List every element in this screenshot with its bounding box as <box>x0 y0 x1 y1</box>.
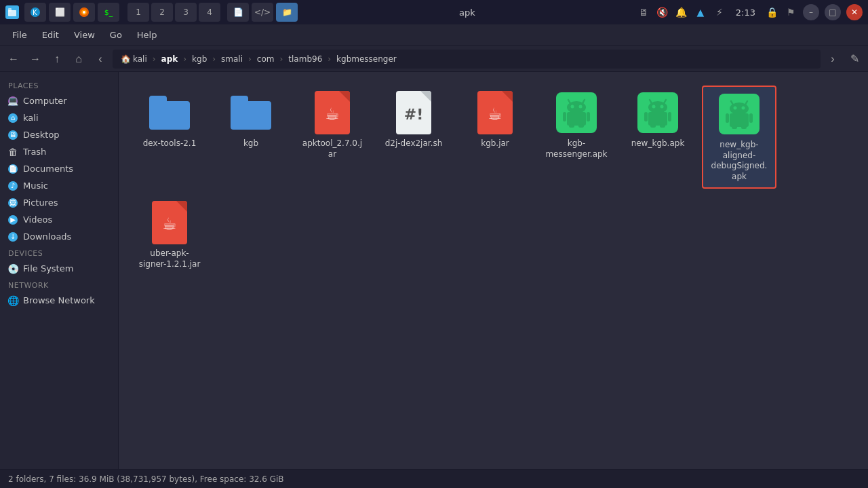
file-item-kgb-messenger.apk[interactable]: kgb-messenger.apk <box>539 86 614 189</box>
svg-rect-25 <box>650 124 656 128</box>
taskbar-pdf[interactable]: 📄 <box>227 3 249 22</box>
svg-rect-32 <box>730 113 749 127</box>
file-item-new_kgb.apk[interactable]: new_kgb.apk <box>620 86 695 189</box>
workspace-1[interactable]: 1 <box>127 3 149 22</box>
file-icon <box>717 92 761 136</box>
breadcrumb-tlamb96[interactable]: tlamb96 <box>284 53 326 65</box>
computer-icon: 💻 <box>8 96 18 106</box>
jar-icon-shape: ☕ <box>152 201 187 244</box>
file-icon: #! <box>392 91 435 134</box>
svg-rect-23 <box>644 112 648 121</box>
taskbar-pager-icon[interactable]: ⬜ <box>49 3 71 22</box>
jar-icon-shape: ☕ <box>477 91 513 134</box>
sidebar-item-pictures[interactable]: 🖼 Pictures <box>0 194 118 211</box>
sidebar-item-kali[interactable]: ⌂ kali <box>0 109 118 126</box>
breadcrumb-apk[interactable]: apk <box>157 53 182 65</box>
svg-rect-14 <box>587 112 590 121</box>
workspace-2[interactable]: 2 <box>151 3 173 22</box>
close-button[interactable]: ✕ <box>846 4 863 20</box>
sidebar-item-desktop[interactable]: 🖥 Desktop <box>0 126 118 143</box>
tray-notify-icon[interactable]: 🔔 <box>675 5 688 19</box>
file-label: kgb-messenger.apk <box>545 138 608 159</box>
maximize-button[interactable]: □ <box>825 4 841 20</box>
svg-point-29 <box>730 102 749 115</box>
toolbar: ← → ↑ ⌂ ‹ 🏠 kali › apk › kgb › smali › c… <box>0 46 868 72</box>
tray-monitor-icon[interactable]: 🖥 <box>637 5 650 19</box>
svg-point-10 <box>571 105 574 109</box>
breadcrumb-com[interactable]: com <box>253 53 279 65</box>
filesystem-icon: 💿 <box>8 264 18 274</box>
breadcrumb-kgb[interactable]: kgb <box>188 53 211 65</box>
file-area[interactable]: dex-tools-2.1 kgb ☕ apktool_2.7.0.jar #!… <box>119 72 868 469</box>
network-icon: 🌐 <box>8 296 18 305</box>
file-icon <box>148 91 191 134</box>
file-item-kgb[interactable]: kgb <box>214 86 288 189</box>
next-location-button[interactable]: › <box>823 50 842 69</box>
file-item-uber-apk-signer-1.2.1.jar[interactable]: ☕ uber-apk-signer-1.2.1.jar <box>132 195 207 275</box>
file-item-d2j-dex2jar.sh[interactable]: #! d2j-dex2jar.sh <box>376 86 451 189</box>
menu-go[interactable]: Go <box>103 27 129 43</box>
back-button[interactable]: ← <box>4 50 23 69</box>
menubar: File Edit View Go Help <box>0 24 868 46</box>
file-icon: ☕ <box>148 201 191 244</box>
svg-rect-15 <box>569 124 574 128</box>
tray-power-icon[interactable]: ⚡ <box>713 5 726 19</box>
workspace-4[interactable]: 4 <box>199 3 220 22</box>
sidebar-item-music[interactable]: ♪ Music <box>0 177 118 194</box>
tray-lock-icon[interactable]: 🔒 <box>765 5 778 19</box>
breadcrumb-sep-4: › <box>248 54 252 64</box>
tray-flag-icon[interactable]: ⚑ <box>784 5 797 19</box>
prev-location-button[interactable]: ‹ <box>91 50 110 69</box>
file-item-new_kgb-aligned-debugSigned.apk[interactable]: new_kgb-aligned-debugSigned.apk <box>702 86 776 189</box>
sidebar-item-videos[interactable]: ▶ Videos <box>0 211 118 228</box>
file-item-apktool_2.7.0.jar[interactable]: ☕ apktool_2.7.0.jar <box>295 86 370 189</box>
workspace-3[interactable]: 3 <box>175 3 197 22</box>
forward-button[interactable]: → <box>26 50 45 69</box>
svg-rect-34 <box>749 113 753 123</box>
taskbar-terminal[interactable]: $_ <box>98 3 119 22</box>
breadcrumb-sep-5: › <box>279 54 283 64</box>
menu-edit[interactable]: Edit <box>35 27 66 43</box>
titlebar: K ⬜ $_ 1 2 3 4 📄 </> 📁 apk 🖥 🔇 🔔 ▲ ⚡ 2:1… <box>0 0 868 24</box>
svg-rect-35 <box>732 126 737 129</box>
clock: 2:13 <box>736 7 755 18</box>
tray-vpn-icon[interactable]: ▲ <box>694 5 707 19</box>
taskbar-browser[interactable] <box>73 3 95 22</box>
sidebar-item-downloads[interactable]: ↓ Downloads <box>0 228 118 245</box>
menu-help[interactable]: Help <box>130 27 164 43</box>
main-area: Places 💻 Computer ⌂ kali 🖥 Desktop 🗑 Tra… <box>0 72 868 469</box>
breadcrumb-sep-2: › <box>183 54 186 64</box>
home-button[interactable]: ⌂ <box>69 50 88 69</box>
taskbar-files[interactable]: 📁 <box>276 3 298 22</box>
window-title: apk <box>302 7 633 18</box>
taskbar-code[interactable]: </> <box>252 3 273 22</box>
menu-file[interactable]: File <box>5 27 34 43</box>
breadcrumb-smali[interactable]: smali <box>217 53 247 65</box>
file-label: new_kgb.apk <box>631 138 685 149</box>
minimize-button[interactable]: – <box>803 4 819 20</box>
edit-location-button[interactable]: ✎ <box>845 50 864 69</box>
sidebar-item-documents[interactable]: 📄 Documents <box>0 160 118 177</box>
tray-mute-icon[interactable]: 🔇 <box>656 5 669 19</box>
network-label: Network <box>0 277 118 292</box>
up-button[interactable]: ↑ <box>47 50 66 69</box>
file-label: new_kgb-aligned-debugSigned.apk <box>709 140 770 182</box>
folder-icon-shape <box>231 96 271 130</box>
sidebar-item-filesystem[interactable]: 💿 File System <box>0 260 118 277</box>
svg-rect-36 <box>741 126 747 129</box>
file-icon <box>555 91 598 134</box>
titlebar-controls: 🖥 🔇 🔔 ▲ ⚡ 2:13 🔒 ⚑ – □ ✕ <box>637 4 863 20</box>
file-icon <box>636 91 679 134</box>
menu-view[interactable]: View <box>67 27 102 43</box>
file-item-kgb.jar[interactable]: ☕ kgb.jar <box>458 86 532 189</box>
svg-rect-12 <box>567 112 586 126</box>
file-item-dex-tools-2.1[interactable]: dex-tools-2.1 <box>132 86 207 189</box>
home-icon: 🏠 <box>121 54 131 64</box>
breadcrumb-home[interactable]: 🏠 kali <box>117 53 151 65</box>
breadcrumb-kgbmessenger[interactable]: kgbmessenger <box>332 53 401 65</box>
taskbar-distro-icon[interactable]: K <box>24 3 46 22</box>
svg-rect-26 <box>660 124 665 128</box>
sidebar-item-browse-network[interactable]: 🌐 Browse Network <box>0 292 118 309</box>
sidebar-item-trash[interactable]: 🗑 Trash <box>0 143 118 160</box>
sidebar-item-computer[interactable]: 💻 Computer <box>0 92 118 109</box>
